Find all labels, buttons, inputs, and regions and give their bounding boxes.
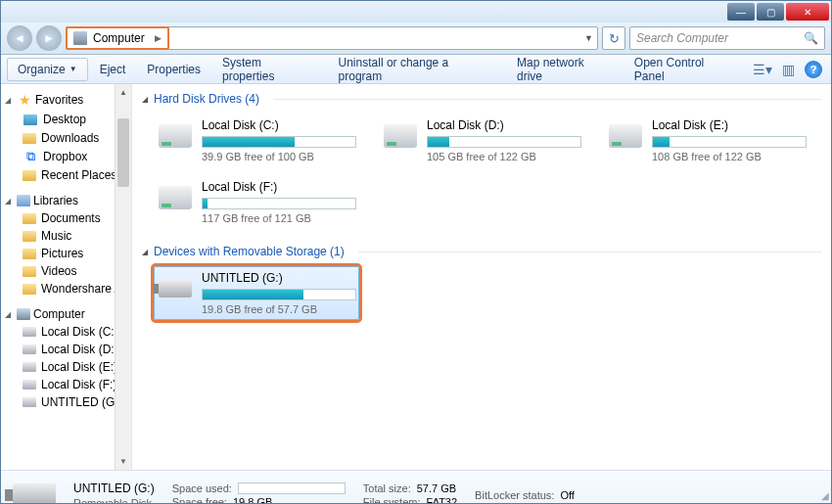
drive-usage-bar: [427, 136, 581, 148]
details-pane: UNTITLED (G:) Removable Disk Space used:…: [1, 470, 831, 504]
address-dropdown-icon[interactable]: ▼: [584, 33, 593, 43]
drive-usage-bar: [652, 136, 807, 148]
drive-item[interactable]: Local Disk (F:) 117 GB free of 121 GB: [154, 175, 359, 229]
sidebar-item-dropbox[interactable]: ⧉Dropbox: [1, 147, 131, 166]
drive-icon: [159, 118, 192, 154]
computer-icon: [17, 308, 30, 320]
section-hdd-header[interactable]: ◢Hard Disk Drives (4): [142, 88, 821, 110]
control-panel-button[interactable]: Open Control Panel: [624, 52, 747, 87]
sidebar-item-pictures[interactable]: Pictures: [1, 245, 131, 262]
folder-icon: [23, 249, 36, 259]
drive-name: Local Disk (D:): [427, 118, 581, 132]
drive-icon: [23, 327, 36, 337]
breadcrumb-highlighted: Computer ▶: [66, 26, 169, 50]
drive-usage-bar: [202, 198, 356, 209]
minimize-button[interactable]: —: [727, 3, 755, 21]
sidebar-computer-header[interactable]: ◢Computer: [1, 305, 131, 323]
scroll-thumb[interactable]: [117, 118, 129, 187]
search-icon[interactable]: 🔍: [804, 31, 818, 45]
properties-button[interactable]: Properties: [137, 59, 210, 80]
eject-button[interactable]: Eject: [90, 59, 136, 80]
refresh-button[interactable]: ↻: [602, 26, 625, 50]
drive-icon: [23, 380, 36, 389]
details-space-free-label: Space free:: [172, 496, 227, 505]
drive-icon: [23, 397, 36, 407]
nav-forward-button[interactable]: ►: [36, 25, 62, 51]
drive-name: Local Disk (C:): [202, 118, 356, 132]
sidebar-item-disk-e[interactable]: Local Disk (E:): [1, 358, 131, 376]
details-total: 57.7 GB: [417, 482, 456, 494]
chevron-down-icon: ▼: [69, 65, 77, 73]
window-titlebar: — ▢ ✕: [1, 1, 831, 23]
address-bar: ◄ ► Computer ▶ ▼ ↻ Search Computer 🔍: [1, 23, 831, 55]
drive-icon: [23, 362, 36, 372]
drive-icon: [23, 344, 36, 354]
sidebar-item-downloads[interactable]: Downloads: [1, 129, 131, 147]
sidebar-item-untitled-g[interactable]: UNTITLED (G:): [1, 393, 131, 411]
details-fs: FAT32: [427, 496, 458, 505]
drive-name: Local Disk (E:): [652, 118, 807, 132]
sidebar-item-videos[interactable]: Videos: [1, 262, 131, 280]
folder-icon: [23, 170, 36, 181]
sidebar-libraries-header[interactable]: ◢Libraries: [1, 192, 131, 209]
drive-free-text: 105 GB free of 122 GB: [427, 151, 581, 162]
search-placeholder: Search Computer: [636, 31, 728, 45]
details-bitlocker-label: BitLocker status:: [475, 489, 554, 501]
drive-icon: [159, 271, 192, 306]
command-toolbar: Organize▼ Eject Properties System proper…: [1, 55, 831, 84]
organize-button[interactable]: Organize▼: [7, 58, 88, 81]
sidebar-item-documents[interactable]: Documents: [1, 209, 131, 227]
folder-icon: [23, 213, 36, 224]
scroll-up-icon[interactable]: ▲: [116, 84, 131, 101]
desktop-icon: [23, 112, 38, 127]
system-properties-button[interactable]: System properties: [212, 52, 327, 87]
sidebar-item-disk-f[interactable]: Local Disk (F:): [1, 376, 131, 393]
drive-free-text: 117 GB free of 121 GB: [202, 212, 356, 224]
folder-icon: [23, 231, 36, 242]
drive-icon: [609, 118, 642, 154]
breadcrumb-arrow-icon[interactable]: ▶: [155, 33, 162, 43]
dropbox-icon: ⧉: [23, 149, 38, 164]
preview-pane-icon[interactable]: ▥: [779, 61, 797, 78]
uninstall-button[interactable]: Uninstall or change a program: [329, 52, 505, 87]
drive-item[interactable]: Local Disk (D:) 105 GB free of 122 GB: [379, 114, 584, 167]
details-fs-label: File system:: [363, 496, 421, 505]
help-icon[interactable]: ?: [805, 61, 822, 78]
sidebar-favorites-header[interactable]: ◢★Favorites: [1, 90, 131, 110]
view-options-icon[interactable]: ☰▾: [754, 61, 771, 78]
libraries-icon: [17, 195, 30, 206]
sidebar-item-music[interactable]: Music: [1, 227, 131, 245]
address-field[interactable]: Computer ▶ ▼: [66, 26, 598, 50]
search-input[interactable]: Search Computer 🔍: [629, 26, 825, 50]
sidebar-item-desktop[interactable]: Desktop: [1, 110, 131, 129]
drive-free-text: 39.9 GB free of 100 GB: [202, 151, 356, 162]
drive-icon: [159, 180, 192, 215]
sidebar-scrollbar[interactable]: ▲ ▼: [115, 84, 131, 470]
drive-item[interactable]: Local Disk (E:) 108 GB free of 122 GB: [604, 114, 809, 167]
details-usage-bar: [238, 482, 346, 494]
sidebar-item-recent[interactable]: Recent Places: [1, 166, 131, 184]
drive-item[interactable]: Local Disk (C:) 39.9 GB free of 100 GB: [154, 114, 359, 167]
drive-item[interactable]: UNTITLED (G:) 19.8 GB free of 57.7 GB: [154, 266, 359, 320]
drive-usage-bar: [202, 136, 356, 148]
content-pane: ◢Hard Disk Drives (4) Local Disk (C:) 39…: [132, 84, 831, 470]
drive-name: UNTITLED (G:): [202, 271, 356, 285]
details-type: Removable Disk: [73, 497, 155, 505]
breadcrumb-location[interactable]: Computer: [93, 31, 145, 45]
sidebar-item-disk-d[interactable]: Local Disk (D:): [1, 341, 131, 358]
section-removable-header[interactable]: ◢Devices with Removable Storage (1): [142, 241, 821, 262]
nav-sidebar: ◢★Favorites Desktop Downloads ⧉Dropbox R…: [1, 84, 132, 470]
close-button[interactable]: ✕: [786, 3, 829, 21]
sidebar-item-disk-c[interactable]: Local Disk (C:): [1, 323, 131, 341]
details-total-label: Total size:: [363, 482, 411, 494]
sidebar-item-wondershare[interactable]: Wondershare A: [1, 280, 131, 298]
computer-icon: [73, 31, 87, 45]
resize-grip-icon[interactable]: ◢: [821, 490, 829, 501]
nav-back-button[interactable]: ◄: [7, 25, 32, 51]
maximize-button[interactable]: ▢: [757, 3, 784, 21]
details-space-used-label: Space used:: [172, 482, 232, 494]
map-drive-button[interactable]: Map network drive: [507, 52, 623, 87]
star-icon: ★: [17, 92, 32, 108]
details-name: UNTITLED (G:): [73, 481, 155, 495]
scroll-down-icon[interactable]: ▼: [116, 453, 131, 470]
